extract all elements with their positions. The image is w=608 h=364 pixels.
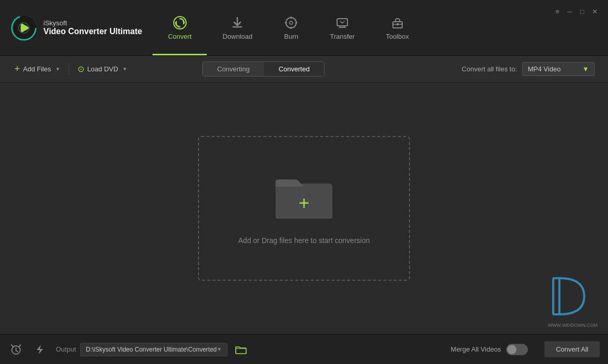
convert-all-button[interactable]: Convert All: [544, 341, 600, 357]
bottom-bar: Output D:\iSkysoft Video Converter Ultim…: [0, 334, 608, 364]
svg-rect-13: [337, 19, 347, 26]
folder-icon-wrap: +: [273, 172, 335, 226]
open-folder-button[interactable]: [234, 342, 248, 357]
nav-tab-convert-label: Convert: [168, 33, 192, 40]
nav-tab-burn[interactable]: Burn: [268, 0, 314, 55]
nav-tabs: Convert Download: [153, 0, 608, 55]
merge-all-toggle[interactable]: [506, 344, 528, 355]
lightning-icon: [35, 344, 45, 355]
nav-tab-burn-label: Burn: [284, 33, 298, 40]
convert-all-area: Convert all files to: MP4 Video ▼: [462, 62, 600, 76]
output-area: Output D:\iSkysoft Video Converter Ultim…: [56, 342, 443, 357]
svg-point-7: [286, 18, 296, 28]
convert-icon: [172, 16, 188, 30]
add-files-button[interactable]: + Add Files ▼: [8, 60, 67, 78]
add-files-icon: +: [14, 64, 20, 74]
drop-zone-text: Add or Drag files here to start conversi…: [238, 236, 370, 245]
format-select-arrow: ▼: [582, 65, 589, 73]
nav-tab-transfer-label: Transfer: [330, 33, 355, 40]
converting-tab[interactable]: Converting: [203, 62, 264, 76]
output-path-field[interactable]: D:\iSkysoft Video Converter Ultimate\Con…: [80, 343, 227, 356]
toggle-knob: [507, 345, 516, 354]
sub-toolbar: + Add Files ▼ ⊙ Load DVD ▼ Converting Co…: [0, 56, 608, 83]
menu-icon[interactable]: ≡: [553, 7, 561, 16]
app-name-top: iSkysoft: [43, 19, 142, 27]
add-files-dropdown-arrow[interactable]: ▼: [55, 66, 60, 72]
output-label: Output: [56, 345, 76, 353]
app-logo-icon: [10, 14, 37, 41]
minimize-button[interactable]: ─: [566, 7, 574, 16]
nav-tab-download[interactable]: Download: [207, 0, 268, 55]
header: ≡ ─ □ ✕ iSkysoft Video Converter Ultimat…: [0, 0, 608, 56]
lightning-icon-button[interactable]: [32, 342, 48, 357]
merge-all-label: Merge All Videos: [451, 345, 501, 353]
toolbox-icon: [390, 16, 405, 30]
format-select-value: MP4 Video: [528, 65, 560, 73]
burn-icon: [283, 16, 299, 30]
nav-tab-convert[interactable]: Convert: [153, 0, 207, 55]
window-controls: ≡ ─ □ ✕: [548, 4, 604, 19]
nav-tab-toolbox-label: Toolbox: [386, 33, 409, 40]
svg-line-24: [16, 351, 18, 352]
load-dvd-button[interactable]: ⊙ Load DVD ▼: [71, 61, 134, 77]
merge-all-videos-area: Merge All Videos: [451, 344, 528, 355]
alarm-icon: [10, 344, 22, 355]
alarm-icon-button[interactable]: [8, 342, 24, 357]
drop-zone[interactable]: + Add or Drag files here to start conver…: [198, 136, 410, 281]
logo-text: iSkysoft Video Converter Ultimate: [43, 19, 142, 36]
svg-rect-17: [397, 23, 399, 25]
output-path-arrow: ▼: [217, 346, 222, 352]
output-path-text: D:\iSkysoft Video Converter Ultimate\Con…: [86, 346, 217, 353]
nav-tab-transfer[interactable]: Transfer: [314, 0, 370, 55]
download-icon: [230, 16, 245, 30]
format-select-dropdown[interactable]: MP4 Video ▼: [522, 62, 595, 76]
close-button[interactable]: ✕: [590, 7, 599, 16]
add-files-label: Add Files: [23, 65, 51, 73]
svg-text:+: +: [298, 192, 309, 214]
folder-icon: +: [273, 172, 335, 224]
converted-tab[interactable]: Converted: [264, 62, 324, 76]
transfer-icon: [335, 16, 350, 30]
load-dvd-icon: ⊙: [78, 64, 84, 74]
nav-tab-toolbox[interactable]: Toolbox: [370, 0, 424, 55]
logo-area: iSkysoft Video Converter Ultimate: [0, 14, 153, 41]
load-dvd-label: Load DVD: [87, 65, 118, 73]
toolbar-divider-1: [69, 63, 69, 75]
main-content: + Add or Drag files here to start conver…: [0, 83, 608, 334]
app-name-bottom: Video Converter Ultimate: [43, 27, 142, 36]
maximize-button[interactable]: □: [578, 7, 586, 16]
convert-tabs: Converting Converted: [202, 62, 325, 77]
nav-tab-download-label: Download: [222, 33, 252, 40]
load-dvd-dropdown-arrow[interactable]: ▼: [123, 66, 128, 72]
open-folder-icon: [235, 345, 247, 354]
convert-all-label: Convert all files to:: [462, 65, 517, 73]
svg-point-8: [290, 21, 293, 24]
